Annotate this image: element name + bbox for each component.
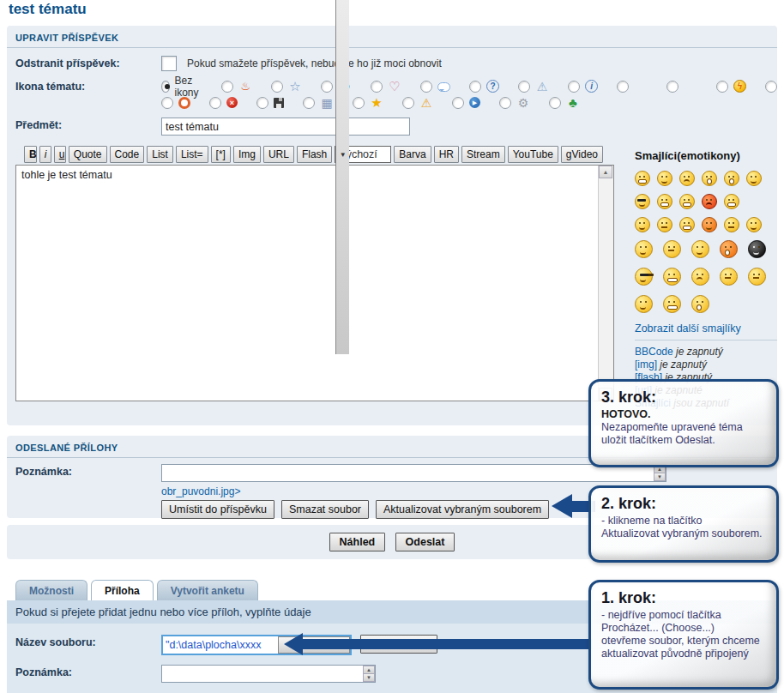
smiley-drummer-icon[interactable]	[679, 217, 695, 232]
scroll-up-icon[interactable]: ▲	[599, 166, 612, 178]
radio-warning[interactable]	[402, 97, 414, 109]
radio-trefoil[interactable]	[321, 81, 333, 93]
topic-icon-option-smiley-wink[interactable]	[617, 80, 648, 93]
smiley-blush-icon[interactable]	[720, 240, 738, 258]
topic-icon-option-star-outline[interactable]	[271, 80, 302, 93]
radio-smiley-green[interactable]	[666, 81, 678, 93]
topic-icon-option-floppy[interactable]	[256, 97, 284, 109]
update-file-button[interactable]: Aktualizovat vybraným souborem	[376, 500, 549, 519]
smiley-lovecat-icon[interactable]	[702, 217, 717, 232]
bbcode-u-button[interactable]: u	[54, 146, 66, 163]
smiley-stare-icon[interactable]	[663, 240, 681, 258]
smiley-razz-icon[interactable]	[724, 194, 739, 209]
bbcode-flash-button[interactable]: Flash	[297, 146, 332, 163]
radio-alert-outline[interactable]	[518, 81, 530, 93]
tab-příloha[interactable]: Příloha	[91, 580, 154, 600]
message-editor[interactable]: tohle je test tématu ▲ ▼	[15, 165, 614, 401]
bbcode-barva-button[interactable]: Barva	[394, 146, 431, 163]
topic-icon-option-heart[interactable]	[371, 80, 401, 93]
topic-icon-option-play[interactable]	[452, 97, 480, 109]
radio-flash[interactable]	[716, 81, 728, 93]
radio-cross[interactable]	[209, 97, 221, 109]
topic-icon-option-cross[interactable]	[209, 97, 238, 109]
subject-input[interactable]	[161, 118, 410, 136]
tab-možnosti[interactable]: Možnosti	[15, 580, 87, 600]
attachment-note-input[interactable]	[161, 464, 666, 482]
smiley-surprised-icon[interactable]	[702, 171, 717, 186]
topic-icon-option-flash[interactable]	[716, 80, 746, 93]
delete-file-button[interactable]: Smazat soubor	[281, 500, 369, 519]
radio-star-outline[interactable]	[271, 81, 283, 93]
smiley-cool-icon[interactable]	[635, 194, 650, 209]
radio-fire[interactable]	[221, 81, 233, 93]
radio-no-icon[interactable]	[161, 81, 170, 93]
attach-note-input[interactable]	[161, 665, 376, 683]
radio-question[interactable]	[469, 81, 481, 93]
smiley-wave-icon[interactable]	[691, 240, 709, 258]
radio-syringe[interactable]	[765, 81, 777, 93]
radio-lifebuoy[interactable]	[161, 97, 173, 109]
bbcode-code-button[interactable]: Code	[110, 146, 145, 163]
bbcode-stream-button[interactable]: Stream	[461, 146, 505, 163]
topic-icon-option-tree[interactable]	[549, 96, 580, 110]
attachment-file-link[interactable]: obr_puvodni.jpg>	[161, 485, 240, 497]
topic-icon-option-warning[interactable]	[402, 96, 433, 110]
topic-icon-option-calendar[interactable]	[303, 96, 334, 110]
attach-note-down-icon[interactable]: ▼	[363, 673, 375, 682]
submit-button[interactable]: Odeslat	[395, 533, 455, 551]
radio-star-gold[interactable]	[353, 97, 365, 109]
smiley-bigsmile-icon[interactable]	[635, 240, 653, 258]
smiley-neutral-icon[interactable]	[657, 217, 672, 232]
smiley-worried-icon[interactable]	[691, 268, 709, 286]
smiley-mad-icon[interactable]	[702, 194, 717, 209]
smiley-eek-icon[interactable]	[724, 171, 739, 186]
topic-icon-option-syringe[interactable]	[765, 80, 784, 93]
topic-icon-option-lifebuoy[interactable]	[161, 97, 190, 109]
topic-icon-option-info[interactable]	[568, 80, 598, 93]
smiley-inlove-icon[interactable]	[635, 295, 653, 313]
delete-post-checkbox[interactable]	[161, 56, 177, 71]
topic-icon-option-alert-outline[interactable]	[518, 80, 549, 93]
topic-icon-option-fire[interactable]	[221, 80, 252, 93]
smiley-wink-icon[interactable]	[746, 217, 762, 232]
smiley-smile-icon[interactable]	[657, 171, 672, 186]
topic-icon-option-smiley-green[interactable]	[666, 80, 697, 93]
bbcode-gvideo-button[interactable]: gVideo	[561, 146, 603, 163]
note-scroll-down-icon[interactable]: ▼	[654, 473, 666, 481]
radio-gear[interactable]	[499, 97, 511, 109]
bbcode-img-button[interactable]: Img	[233, 146, 261, 163]
chevron-down-icon[interactable]: ▼	[335, 0, 349, 354]
radio-calendar[interactable]	[303, 97, 315, 109]
smiley-sad-icon[interactable]	[679, 171, 695, 186]
smiley-toothy-icon[interactable]	[663, 295, 681, 313]
bbcode-list-button[interactable]: List	[147, 146, 173, 163]
smiley-bomb-icon[interactable]	[748, 240, 766, 258]
bbcode-i-button[interactable]: i	[39, 146, 51, 163]
smiley-redface-icon[interactable]	[635, 217, 650, 232]
tab-vytvořit-anketu[interactable]: Vytvořit anketu	[157, 580, 258, 600]
topic-icon-option-question[interactable]	[469, 80, 499, 93]
topic-icon-option-gear[interactable]	[499, 96, 530, 110]
radio-floppy[interactable]	[256, 97, 268, 109]
bbcode-quote-button[interactable]: Quote	[69, 146, 107, 163]
topic-icon-option-none[interactable]: Bez ikony	[161, 75, 202, 99]
editor-scrollbar[interactable]: ▲ ▼	[598, 166, 613, 401]
font-style-select[interactable]: Výchozí▼	[335, 146, 391, 163]
smiley-headphones-icon[interactable]	[679, 194, 695, 209]
topic-icon-option-star-gold[interactable]	[353, 96, 383, 110]
radio-smiley-wink[interactable]	[617, 81, 629, 93]
smiley-biggrin-icon[interactable]	[635, 171, 650, 186]
bbcode-url-button[interactable]: URL	[263, 146, 294, 163]
more-smilies-link[interactable]: Zobrazit další smajlíky	[635, 322, 777, 334]
place-inline-button[interactable]: Umístit do příspěvku	[161, 500, 274, 519]
bbcode-b-button[interactable]: B	[24, 146, 37, 163]
smiley-singing-icon[interactable]	[691, 295, 709, 313]
radio-info[interactable]	[568, 81, 580, 93]
topic-icon-option-speech[interactable]	[420, 81, 450, 93]
radio-tree[interactable]	[549, 97, 561, 109]
bbcode-list=-button[interactable]: List=	[176, 146, 208, 163]
smiley-rolleyes-icon[interactable]	[748, 268, 766, 286]
bbcode-hr-button[interactable]: HR	[434, 146, 459, 163]
smiley-sleepy-icon[interactable]	[724, 217, 739, 232]
preview-button[interactable]: Náhled	[329, 533, 386, 551]
